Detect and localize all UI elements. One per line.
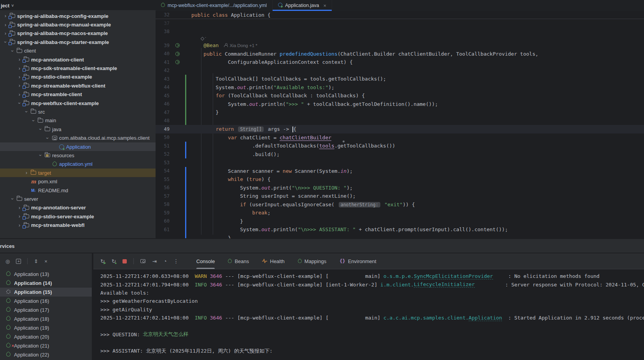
- console-tab-health[interactable]: Health: [262, 253, 285, 269]
- service-list-item[interactable]: Application (21): [0, 341, 92, 350]
- console-tab-console[interactable]: Console: [196, 253, 215, 269]
- line-number: 51: [156, 143, 173, 149]
- project-selector[interactable]: ject ˅: [1, 0, 14, 11]
- expand-all-icon[interactable]: ⇕: [34, 258, 38, 264]
- chevron-down-icon[interactable]: ›: [37, 153, 44, 158]
- update-application-icon[interactable]: ↻▲: [112, 258, 116, 264]
- tree-item[interactable]: ›spring-ai-alibaba-mcp-config-example: [0, 12, 156, 20]
- service-label: Application (17): [14, 307, 49, 313]
- console-line: 2025-11-22T21:47:02.141+08:00 INFO 3646 …: [100, 314, 644, 322]
- profiler-gauge-icon[interactable]: ◔: [163, 258, 166, 264]
- tree-item[interactable]: ›mcp-streamble-client: [0, 90, 156, 99]
- service-list-item[interactable]: Application (18): [0, 314, 92, 323]
- console-tab-mappings[interactable]: Mappings: [298, 253, 326, 269]
- chevron-right-icon[interactable]: ›: [16, 83, 23, 88]
- tree-item[interactable]: ›mcp-stdio-server-example: [0, 212, 156, 221]
- logger-link[interactable]: SyncMcpElicitationProvider: [414, 273, 493, 279]
- tree-item[interactable]: ›spring-ai-alibaba-mcp-starter-example: [0, 38, 156, 46]
- tree-item[interactable]: ›resources: [0, 151, 156, 160]
- service-label: Application (14): [14, 280, 52, 286]
- chevron-down-icon[interactable]: ›: [30, 118, 37, 123]
- chevron-down-icon[interactable]: ›: [37, 126, 44, 132]
- code-line: 57 String userInput = scanner.nextLine()…: [156, 192, 644, 200]
- bean-wrench-inlay-icon[interactable]: ˇ: [201, 37, 206, 40]
- service-list-item[interactable]: Application (15): [0, 288, 92, 297]
- tree-item[interactable]: ›mcp-streamable-webflux-client: [0, 81, 156, 90]
- module-folder-icon: [23, 206, 30, 210]
- service-list-item[interactable]: Application (22): [0, 350, 92, 359]
- spring-leaf-icon: [227, 258, 233, 264]
- logger-link[interactable]: LifecycleInitializer: [414, 281, 475, 288]
- tree-item[interactable]: ›server: [0, 195, 156, 203]
- chevron-right-icon[interactable]: ›: [23, 170, 30, 176]
- tree-item[interactable]: ›mcp-stdio-client-example: [0, 73, 156, 81]
- line-number: 40: [156, 51, 173, 56]
- rerun-icon[interactable]: ↻▶: [100, 258, 105, 264]
- tree-item[interactable]: ›client: [0, 47, 156, 55]
- chevron-right-icon[interactable]: ›: [2, 13, 9, 19]
- project-selector-label: ject: [1, 3, 9, 9]
- chevron-right-icon[interactable]: ›: [16, 205, 23, 211]
- service-list-item[interactable]: Application (14): [0, 279, 92, 288]
- services-list: Application (13)Application (14)Applicat…: [0, 269, 92, 359]
- chevron-down-icon[interactable]: ›: [23, 109, 30, 114]
- tree-item[interactable]: ›spring-ai-alibaba-mcp-manual-example: [0, 20, 156, 29]
- service-list-item[interactable]: Application (20): [0, 332, 92, 341]
- thread-dump-camera-icon[interactable]: [140, 259, 145, 263]
- tree-item[interactable]: application.yml: [0, 160, 156, 169]
- service-list-item[interactable]: Application (13): [0, 270, 92, 279]
- chevron-down-icon[interactable]: ›: [44, 135, 51, 141]
- tree-item[interactable]: Application: [0, 142, 156, 151]
- service-list-item[interactable]: Application (16): [0, 297, 92, 306]
- tree-item[interactable]: ›java: [0, 125, 156, 133]
- collapse-all-icon[interactable]: ×: [44, 258, 47, 264]
- editor-tab[interactable]: mcp-webflux-client-example/.../applicati…: [156, 0, 273, 11]
- stop-icon[interactable]: [122, 259, 127, 263]
- chevron-down-icon[interactable]: ›: [16, 100, 23, 106]
- close-icon[interactable]: ×: [324, 3, 327, 9]
- chevron-down-icon[interactable]: ›: [9, 48, 16, 54]
- resources-folder-icon: [44, 153, 51, 157]
- attach-to-process-icon[interactable]: ⇥: [152, 258, 157, 264]
- tree-item[interactable]: ›main: [0, 116, 156, 125]
- chevron-right-icon[interactable]: ›: [16, 57, 23, 62]
- tree-item[interactable]: ›com.alibaba.cloud.ai.mcp.samples.client: [0, 133, 156, 142]
- tree-item[interactable]: ›mcp-streamable-webfl: [0, 221, 156, 229]
- console-tab-environment[interactable]: {}Environment: [340, 253, 376, 269]
- tree-item[interactable]: ›mcp-annotation-server: [0, 204, 156, 212]
- chevron-right-icon[interactable]: ›: [16, 214, 23, 219]
- code-editor[interactable]: 32public class Application {3738ˇ39 @Bea…: [156, 11, 644, 238]
- spring-bean-icon[interactable]: [173, 60, 181, 64]
- tree-item[interactable]: ›src: [0, 107, 156, 116]
- chevron-right-icon[interactable]: ›: [16, 74, 23, 80]
- tree-item[interactable]: ›spring-ai-alibaba-mcp-nacos-example: [0, 29, 156, 38]
- chevron-right-icon[interactable]: ›: [2, 31, 9, 36]
- spring-bean-icon[interactable]: [173, 43, 181, 47]
- module-folder-icon: [9, 14, 16, 18]
- editor-tab[interactable]: Application.java×: [273, 0, 332, 11]
- tree-item-label: Application: [66, 144, 91, 150]
- service-list-item[interactable]: Application (17): [0, 306, 92, 314]
- code-text: String userInput = scanner.nextLine();: [191, 193, 356, 199]
- service-label: Application (15): [14, 289, 52, 295]
- service-list-item[interactable]: Application (19): [0, 323, 92, 332]
- chevron-right-icon[interactable]: ›: [16, 223, 23, 228]
- logger-link[interactable]: Application: [469, 315, 502, 321]
- add-service-icon[interactable]: +: [16, 259, 21, 264]
- tree-item[interactable]: M↓README.md: [0, 186, 156, 195]
- chevron-down-icon[interactable]: ›: [2, 39, 9, 45]
- chevron-right-icon[interactable]: ›: [16, 66, 23, 71]
- view-options-icon[interactable]: ◎: [5, 258, 10, 264]
- spring-bean-icon[interactable]: [173, 52, 181, 56]
- chevron-right-icon[interactable]: ›: [16, 92, 23, 97]
- tree-item[interactable]: mpom.xml: [0, 177, 156, 186]
- chevron-down-icon[interactable]: ›: [9, 196, 16, 202]
- tree-item[interactable]: ›target: [0, 169, 156, 177]
- tree-item[interactable]: ›mcp-webflux-client-example: [0, 99, 156, 107]
- tree-item[interactable]: ›mcp-sdk-streamable-client-example: [0, 64, 156, 72]
- more-options-icon[interactable]: ⋮: [173, 258, 179, 264]
- tree-item[interactable]: ›mcp-annotation-client: [0, 55, 156, 64]
- code-line: 61 System.out.println("\n>>> ASSISTANT: …: [156, 225, 644, 234]
- chevron-right-icon[interactable]: ›: [2, 22, 9, 28]
- console-tab-beans[interactable]: Beans: [228, 253, 249, 269]
